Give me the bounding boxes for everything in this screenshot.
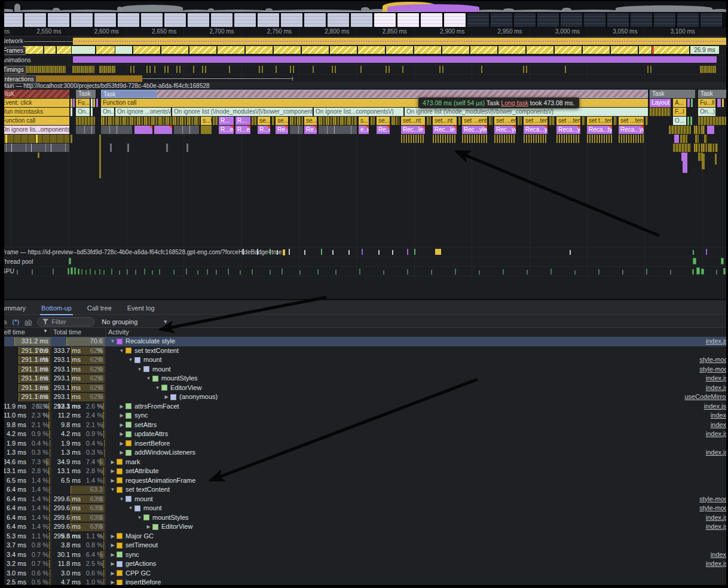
flame-event-block[interactable] — [391, 117, 399, 125]
table-row[interactable]: 13.1 ms 2.8 %13.1 ms 2.8 %▶setAttribute — [4, 467, 726, 476]
activity-cell[interactable]: ▼mount — [127, 504, 162, 513]
flame-event-block[interactable]: Fu...ll — [698, 99, 715, 107]
expander-open-icon[interactable]: ▼ — [118, 346, 126, 356]
expander-open-icon[interactable]: ▼ — [118, 495, 126, 504]
flame-event-block[interactable] — [4, 135, 69, 143]
activity-cell[interactable]: ▶attrsFromFacet — [118, 402, 179, 412]
flame-event-block[interactable] — [614, 117, 617, 125]
column-header-activity[interactable]: Activity — [108, 328, 129, 336]
filmstrip-thumbnail[interactable] — [25, 13, 46, 27]
activity-cell[interactable]: ▼set textContent — [109, 485, 170, 495]
flame-event-block[interactable] — [127, 144, 129, 152]
flame-event-block[interactable] — [673, 144, 691, 152]
source-link[interactable]: style-mod — [699, 495, 726, 504]
activity-cell[interactable]: ▼EditorView — [154, 383, 201, 393]
flame-event-block[interactable] — [93, 99, 95, 107]
frame-block[interactable] — [527, 46, 553, 54]
activity-cell[interactable]: ▶updateAttrs — [118, 429, 168, 439]
flame-event-block[interactable]: se...t — [258, 117, 270, 125]
source-link[interactable]: index.js — [706, 383, 726, 393]
flame-event-block[interactable]: On ignore ...onents\/) — [115, 108, 171, 116]
table-row[interactable]: 11.0 ms 2.3 %11.2 ms 2.4 %▶syncindex. — [4, 411, 726, 421]
flame-event-block[interactable] — [71, 99, 72, 107]
flame-event-block[interactable]: On...) — [76, 108, 90, 116]
frame-block[interactable] — [611, 46, 638, 54]
flame-event-block[interactable] — [427, 117, 431, 125]
activity-cell[interactable]: ▶requestAnimationFrame — [109, 476, 195, 486]
flame-event-block[interactable] — [290, 117, 303, 125]
filmstrip-thumbnail[interactable] — [281, 13, 302, 27]
frame-block[interactable] — [639, 46, 651, 54]
flame-event-block[interactable]: On ignore lis...omponents\/) — [4, 126, 69, 134]
column-header-total-time[interactable]: Total time — [53, 328, 81, 336]
source-link[interactable]: index. — [711, 421, 726, 430]
activity-cell[interactable]: ▶mark — [109, 458, 140, 467]
table-row[interactable]: 6.5 ms 1.4 %6.5 ms 1.4 %▶requestAnimatio… — [4, 476, 726, 486]
filmstrip-thumbnail[interactable] — [71, 13, 93, 27]
expander-closed-icon[interactable]: ▶ — [109, 532, 117, 541]
flame-event-block[interactable] — [319, 117, 357, 125]
filmstrip-thumbnail[interactable] — [654, 13, 675, 27]
source-link[interactable]: style-mod — [699, 355, 726, 365]
frame-block[interactable] — [654, 46, 689, 54]
filmstrip-thumbnail[interactable] — [514, 13, 536, 27]
frame-block[interactable] — [274, 46, 301, 54]
flame-event-block[interactable]: Task — [101, 90, 648, 98]
expander-open-icon[interactable]: ▼ — [127, 504, 134, 513]
flame-event-block[interactable] — [687, 117, 689, 125]
frame-block-idle[interactable] — [115, 46, 132, 54]
activity-cell[interactable]: ▶setAttrs — [118, 421, 157, 430]
flame-event-block[interactable] — [489, 117, 493, 125]
filter-input[interactable]: Filter — [37, 317, 94, 327]
table-row[interactable]: 6.4 ms 1.4 %299.6 ms 63.3 %▼mountstyle-m… — [4, 495, 726, 504]
flame-event-block[interactable]: Reca...yle — [556, 126, 580, 134]
flame-event-block[interactable]: Function call — [4, 117, 69, 125]
frame-block[interactable] — [23, 46, 43, 54]
expander-closed-icon[interactable]: ▶ — [109, 476, 117, 486]
table-row[interactable]: 34.6 ms 7.3 %34.9 ms 7.4 %▶mark — [4, 458, 726, 467]
flame-event-block[interactable]: A... — [673, 99, 686, 107]
frame-block[interactable] — [246, 46, 273, 54]
filmstrip-thumbnail[interactable] — [4, 13, 23, 27]
flame-event-block[interactable]: se...nt — [377, 117, 390, 125]
expander-closed-icon[interactable]: ▶ — [118, 429, 126, 439]
table-row[interactable]: 9.8 ms 2.1 %9.8 ms 2.1 %▶setAttrsindex. — [4, 421, 726, 430]
flame-event-block[interactable] — [252, 117, 256, 125]
flame-event-block[interactable]: se...t — [276, 117, 288, 125]
table-row[interactable]: 4.2 ms 0.9 %4.2 ms 0.9 %▶updateAttrsinde… — [4, 429, 726, 439]
table-row[interactable]: 6.4 ms 1.4 %299.6 ms 63.3 %▼set textCont… — [4, 485, 726, 495]
frame-block[interactable] — [218, 46, 244, 54]
filmstrip-thumbnail[interactable] — [94, 13, 116, 27]
source-link[interactable]: index.js — [706, 429, 726, 439]
flame-event-block[interactable] — [71, 108, 72, 116]
flame-event-block[interactable] — [717, 99, 721, 107]
flame-event-block[interactable]: O... — [673, 117, 686, 125]
flame-event-block[interactable]: Reca...yle — [619, 126, 644, 134]
flame-event-block[interactable]: Rec...le — [401, 126, 425, 134]
frame-block[interactable] — [470, 46, 497, 54]
flame-event-block[interactable]: Rec...yle — [494, 126, 516, 134]
table-row[interactable]: 6.4 ms 1.4 %299.6 ms 63.3 %▼mountstyle-m… — [4, 504, 726, 513]
expander-closed-icon[interactable]: ▶ — [109, 559, 117, 569]
main-thread-track-label[interactable]: Main — http://localhost:3000/projects/bd… — [4, 82, 726, 89]
flame-event-block[interactable] — [91, 108, 93, 116]
frame-block[interactable] — [358, 46, 385, 54]
filmstrip-thumbnail[interactable] — [211, 13, 233, 27]
flame-event-block[interactable] — [650, 108, 671, 116]
flame-event-block[interactable]: Reca...yle — [524, 126, 547, 134]
activity-cell[interactable]: ▶addWindowListeners — [118, 448, 195, 458]
activity-cell[interactable]: ▶getActions — [109, 559, 156, 569]
source-link[interactable]: index. — [711, 550, 726, 560]
flame-event-block[interactable]: set ...ent — [462, 117, 487, 125]
table-row[interactable]: 6.4 ms 1.4 %299.6 ms 63.3 %▼mountStylesi… — [4, 513, 726, 523]
animations-bar[interactable] — [73, 56, 717, 63]
flame-event-block[interactable]: set...nt — [433, 117, 457, 125]
flame-event-block[interactable] — [272, 117, 274, 125]
activity-cell[interactable]: ▶setTimeout — [109, 541, 158, 550]
expander-open-icon[interactable]: ▼ — [136, 513, 143, 523]
filmstrip-thumbnail[interactable] — [584, 13, 605, 27]
expander-closed-icon[interactable]: ▶ — [109, 458, 117, 467]
filmstrip-thumbnail[interactable] — [397, 13, 419, 27]
tooltip-long-task-link[interactable]: Long task — [501, 99, 528, 106]
flame-event-block[interactable]: Fu...ll — [76, 99, 90, 107]
